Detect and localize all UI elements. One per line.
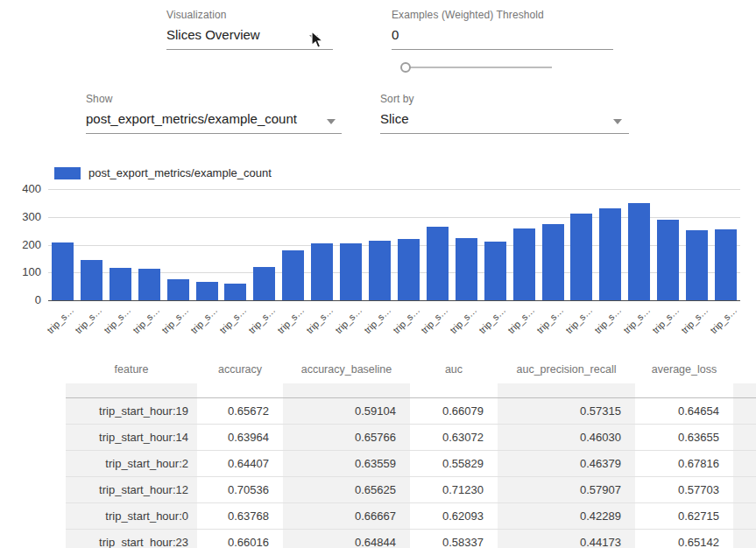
table-cell: 0.65672 — [197, 398, 283, 424]
table-cell: 0.62715 — [635, 503, 733, 529]
table-cell: 0.57703 — [635, 477, 733, 502]
bar[interactable] — [686, 230, 708, 300]
bar[interactable] — [657, 220, 679, 300]
bar[interactable] — [110, 268, 131, 300]
metrics-table: featureaccuracyaccuracy_baselineaucauc_p… — [66, 354, 756, 548]
table-cell: 0.46030 — [498, 425, 635, 450]
visualization-value[interactable]: Slices Overview — [166, 25, 333, 50]
bar[interactable] — [513, 228, 535, 300]
column-header[interactable]: auc_precision_recall — [498, 354, 635, 383]
y-axis-tick-label: 300 — [11, 210, 41, 223]
bar[interactable] — [570, 214, 592, 300]
table-row: trip_start_hour:190.656720.591040.660790… — [66, 398, 756, 425]
show-dropdown[interactable]: Show post_export_metrics/example_count — [86, 93, 342, 134]
bar[interactable] — [311, 243, 333, 300]
table-row: trip_start_hour:230.660160.648440.583370… — [66, 530, 756, 548]
y-axis-tick-label: 0 — [11, 293, 41, 306]
visualization-dropdown[interactable]: Visualization Slices Overview — [166, 9, 333, 50]
table-cell: 0.63768 — [197, 503, 283, 529]
sort-by-label: Sort by — [380, 93, 629, 105]
table-cell: trip_start_hour:2 — [66, 451, 197, 476]
table-cell: trip_start_hour:0 — [66, 503, 197, 529]
bar[interactable] — [715, 229, 737, 300]
table-cell: 0.55829 — [410, 451, 498, 476]
bar[interactable] — [628, 203, 650, 300]
table-row: trip_start_hour:00.637680.666670.620930.… — [66, 503, 756, 530]
table-cell-empty — [410, 383, 498, 397]
table-row: trip_start_hour:120.705360.656250.712300… — [66, 477, 756, 503]
threshold-control[interactable]: Examples (Weighted) Threshold 0 — [392, 9, 613, 50]
column-header[interactable]: auc — [410, 354, 498, 383]
column-header[interactable]: feature — [66, 354, 197, 383]
mouse-cursor — [311, 31, 325, 49]
bar[interactable] — [81, 260, 102, 300]
table-header-row: featureaccuracyaccuracy_baselineaucauc_p… — [66, 354, 756, 383]
column-header[interactable]: average_loss — [635, 354, 733, 383]
bar[interactable] — [196, 282, 218, 300]
chevron-down-icon[interactable] — [327, 119, 336, 129]
bar[interactable] — [369, 241, 391, 300]
table-cell-empty — [498, 383, 635, 397]
table-cell-empty — [733, 425, 756, 450]
y-axis-tick-label: 400 — [11, 182, 41, 195]
sort-by-value[interactable]: Slice — [380, 109, 629, 134]
table-cell: 0.44173 — [498, 530, 635, 548]
table-cell: trip_start_hour:12 — [66, 477, 197, 502]
bar[interactable] — [542, 224, 564, 300]
table-cell: 0.46379 — [498, 451, 635, 476]
threshold-slider-track[interactable] — [406, 67, 552, 68]
table-cell: 0.66667 — [283, 503, 410, 529]
bar[interactable] — [599, 208, 621, 300]
bar[interactable] — [52, 242, 74, 300]
table-cell: 0.63072 — [410, 425, 498, 450]
table-row: trip_start_hour:20.644070.635590.558290.… — [66, 451, 756, 477]
table-cell-empty — [733, 451, 756, 476]
bar[interactable] — [282, 250, 304, 300]
table-cell: 0.63655 — [635, 425, 733, 450]
table-cell: 0.64407 — [197, 451, 283, 476]
table-cell: 0.70536 — [197, 477, 283, 502]
show-label: Show — [86, 93, 342, 105]
threshold-slider-thumb[interactable] — [400, 62, 411, 73]
bar[interactable] — [398, 239, 420, 300]
table-row: trip_start_hour:140.639640.657660.630720… — [66, 425, 756, 451]
table-cell-empty — [66, 383, 197, 397]
y-axis-tick-label: 100 — [11, 265, 41, 278]
table-cell-empty — [733, 383, 756, 397]
gridline — [48, 300, 740, 301]
sort-by-dropdown[interactable]: Sort by Slice — [380, 93, 629, 134]
bar-chart: 4003002001000trip_s…trip_s…trip_s…trip_s… — [48, 189, 740, 300]
table-cell: 0.57315 — [498, 398, 635, 424]
visualization-label: Visualization — [166, 9, 333, 21]
bar[interactable] — [138, 269, 160, 300]
table-cell: 0.64844 — [283, 530, 410, 548]
table-cell-empty — [733, 530, 756, 548]
table-cell-empty — [733, 354, 756, 383]
table-filter-row — [66, 383, 756, 398]
bar[interactable] — [456, 238, 477, 300]
threshold-input[interactable]: 0 — [392, 25, 613, 50]
chevron-down-icon[interactable] — [613, 119, 622, 129]
table-cell-empty — [197, 383, 283, 397]
table-cell: 0.63964 — [197, 425, 283, 450]
bar[interactable] — [253, 267, 275, 300]
bar[interactable] — [427, 227, 449, 300]
table-cell: trip_start_hour:19 — [66, 398, 197, 424]
table-cell: 0.65625 — [283, 477, 410, 502]
column-header[interactable]: accuracy — [197, 354, 283, 383]
table-cell: 0.64654 — [635, 398, 733, 424]
bar[interactable] — [167, 279, 189, 300]
table-cell: 0.63559 — [283, 451, 410, 476]
bar[interactable] — [224, 284, 246, 300]
legend-label: post_export_metrics/example_count — [88, 166, 272, 179]
table-cell: 0.65766 — [283, 425, 410, 450]
table-cell: 0.67816 — [635, 451, 733, 476]
table-cell: trip_start_hour:14 — [66, 425, 197, 450]
bar[interactable] — [340, 243, 362, 300]
show-value[interactable]: post_export_metrics/example_count — [86, 109, 342, 134]
table-cell: 0.66016 — [197, 530, 283, 548]
bar[interactable] — [484, 242, 506, 300]
table-cell: 0.71230 — [410, 477, 498, 502]
table-cell: 0.58337 — [410, 530, 498, 548]
column-header[interactable]: accuracy_baseline — [283, 354, 410, 383]
